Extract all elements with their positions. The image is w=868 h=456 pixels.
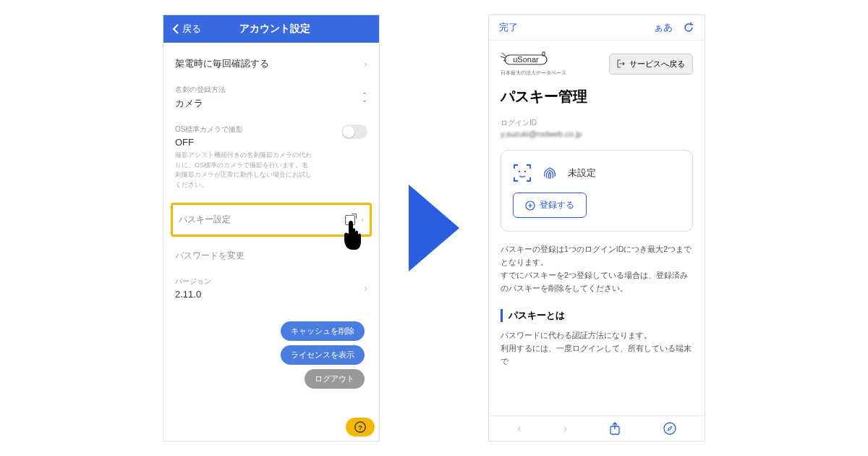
passkey-screen: 完了 ぁあ uSonar 日本最大の法人データベース	[488, 14, 705, 442]
svg-point-12	[664, 423, 676, 434]
login-id-label: ログインID	[501, 118, 693, 128]
face-id-icon	[513, 164, 532, 182]
logo-row: uSonar 日本最大の法人データベース サービスへ戻る	[501, 51, 693, 77]
row-card-registration[interactable]: 名刺の登録方法 カメラ ⌃⌄	[175, 77, 367, 117]
register-button[interactable]: 登録する	[513, 193, 587, 218]
info-text: パスキーの登録は1つのログインIDにつき最大2つまでとなります。 すでにパスキー…	[501, 243, 693, 295]
back-to-service-button[interactable]: サービスへ戻る	[609, 54, 693, 75]
row-description: 撮影アシスト機能付きの名刺撮影カメラの代わりに、OS標準のカメラで撮影を行います…	[175, 151, 312, 190]
passkey-label: パスキー設定	[179, 214, 345, 226]
passkey-status-card: 未設定 登録する	[501, 150, 693, 232]
chevron-right-icon: ›	[364, 282, 367, 294]
arrow-icon	[409, 185, 459, 271]
show-license-button[interactable]: ライセンスを表示	[281, 345, 365, 365]
button-label: サービスへ戻る	[629, 59, 685, 69]
chevron-right-icon: ›	[364, 58, 367, 69]
browser-toolbar: 完了 ぁあ	[489, 15, 705, 41]
reload-icon[interactable]	[683, 22, 694, 33]
svg-line-5	[503, 60, 506, 61]
row-small-label: 名刺の登録方法	[175, 85, 367, 95]
header: 戻る アカウント設定	[163, 15, 379, 43]
row-label: パスワードを変更	[175, 250, 367, 262]
status-row: 未設定	[513, 164, 681, 182]
version-value: 2.11.0	[175, 289, 367, 300]
passkey-settings-row[interactable]: パスキー設定 ›	[171, 203, 372, 237]
svg-text:uSonar: uSonar	[513, 55, 539, 64]
row-value: カメラ	[175, 97, 367, 110]
action-buttons: キャッシュを削除 ライセンスを表示 ログアウト	[175, 321, 367, 389]
row-small-label: OS標準カメラで撮影	[175, 124, 367, 135]
status-text: 未設定	[568, 166, 596, 180]
browser-bottom-nav: ‹ ›	[489, 415, 705, 441]
svg-point-8	[519, 171, 520, 172]
chevron-left-icon	[172, 24, 179, 34]
login-id-value: y.suzuki@rodweb.co.jp	[501, 130, 693, 138]
passkey-content: uSonar 日本最大の法人データベース サービスへ戻る パスキー管理 ログイン…	[489, 41, 705, 415]
row-value: OFF	[175, 137, 367, 148]
help-icon: ?	[354, 421, 367, 434]
row-change-password[interactable]: パスワードを変更	[175, 242, 367, 269]
os-camera-toggle[interactable]	[341, 124, 367, 139]
nav-forward-icon[interactable]: ›	[563, 422, 567, 435]
share-icon[interactable]	[609, 422, 621, 435]
logo: uSonar 日本最大の法人データベース	[501, 51, 566, 77]
back-button[interactable]: 戻る	[172, 22, 201, 35]
usonar-logo-icon: uSonar	[501, 51, 551, 67]
button-label: 登録する	[540, 199, 574, 211]
svg-line-3	[502, 53, 506, 56]
svg-point-9	[524, 171, 526, 172]
chevron-up-down-icon: ⌃⌄	[362, 93, 367, 102]
logo-subtitle: 日本最大の法人データベース	[501, 69, 566, 77]
row-os-camera: OS標準カメラで撮影 OFF 撮影アシスト機能付きの名刺撮影カメラの代わりに、O…	[175, 117, 367, 197]
clear-cache-button[interactable]: キャッシュを削除	[281, 321, 365, 341]
row-label: 架電時に毎回確認する	[175, 57, 367, 70]
nav-back-icon[interactable]: ‹	[517, 422, 521, 435]
svg-text:?: ?	[358, 423, 362, 431]
done-button[interactable]: 完了	[499, 21, 518, 34]
fingerprint-icon	[540, 164, 559, 182]
compass-icon[interactable]	[663, 422, 676, 435]
help-button[interactable]: ?	[346, 418, 375, 436]
row-confirm-on-call[interactable]: 架電時に毎回確認する ›	[175, 50, 367, 77]
back-label: 戻る	[182, 22, 201, 35]
svg-line-4	[501, 56, 505, 58]
section-body: パスワードに代わる認証方法になります。 利用するには、一度ログインして、所有して…	[501, 329, 693, 368]
page-title: アカウント設定	[201, 22, 349, 35]
settings-screen: 戻る アカウント設定 架電時に毎回確認する › 名刺の登録方法 カメラ ⌃⌄ O…	[163, 14, 380, 442]
text-size-button[interactable]: ぁあ	[654, 21, 673, 34]
section-heading: パスキーとは	[501, 309, 693, 322]
exit-icon	[617, 59, 626, 68]
logout-button[interactable]: ログアウト	[305, 369, 365, 389]
row-small-label: バージョン	[175, 276, 367, 287]
plus-circle-icon	[525, 200, 535, 211]
page-heading: パスキー管理	[501, 87, 693, 106]
row-version[interactable]: バージョン 2.11.0 ›	[175, 269, 367, 307]
settings-content: 架電時に毎回確認する › 名刺の登録方法 カメラ ⌃⌄ OS標準カメラで撮影 O…	[163, 43, 379, 441]
